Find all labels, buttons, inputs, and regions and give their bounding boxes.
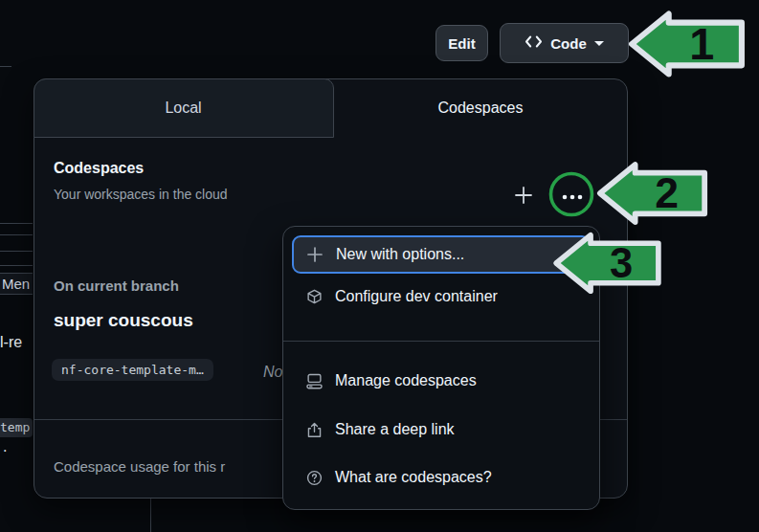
menu-divider — [283, 341, 599, 342]
background-partial-code-badge: temp — [0, 418, 33, 437]
container-icon — [306, 289, 323, 305]
menu-item-configure-dev-container[interactable]: Configure dev container — [292, 277, 591, 316]
menu-item-label: New with options... — [336, 246, 464, 263]
codespaces-section-subtitle: Your workspaces in the cloud — [54, 187, 228, 202]
share-icon — [306, 422, 323, 438]
menu-item-label: What are codespaces? — [335, 469, 492, 486]
background-line — [0, 223, 33, 224]
code-brackets-icon — [525, 34, 543, 52]
background-line — [0, 66, 11, 67]
codespaces-section-title: Codespaces — [54, 160, 144, 177]
annotation-step-1-number: 1 — [689, 19, 714, 69]
background-partial-text: l-re — [0, 334, 22, 351]
menu-item-manage-codespaces[interactable]: Manage codespaces — [292, 362, 591, 400]
code-button-label: Code — [550, 35, 587, 52]
codespace-usage-text: Codespace usage for this r — [54, 458, 225, 475]
annotation-arrow-1: 1 — [628, 9, 747, 79]
tab-local[interactable]: Local — [33, 78, 334, 138]
annotation-arrow-3: 3 — [550, 231, 665, 296]
edit-button[interactable]: Edit — [435, 25, 488, 61]
background-vertical-line — [150, 499, 151, 532]
question-icon — [306, 470, 323, 486]
branch-name: super couscous — [54, 310, 193, 331]
codespaces-icon — [306, 373, 323, 389]
background-line — [0, 251, 33, 252]
annotation-arrow-2: 2 — [596, 158, 709, 229]
menu-item-share-deep-link[interactable]: Share a deep link — [292, 410, 591, 449]
chevron-down-icon — [594, 41, 604, 46]
background-line — [0, 234, 33, 235]
page-root: Men l-re temp . Edit Code Local Codespac… — [0, 0, 759, 532]
tab-local-label: Local — [165, 100, 201, 117]
edit-button-label: Edit — [448, 35, 475, 52]
codespace-name-badge[interactable]: nf-core-template-m… — [52, 359, 213, 381]
plus-icon — [513, 185, 534, 206]
annotation-step-3-number: 3 — [610, 240, 633, 286]
background-partial-menu: Men — [0, 273, 33, 295]
menu-item-label: Share a deep link — [335, 421, 455, 438]
code-button[interactable]: Code — [500, 23, 629, 63]
menu-item-label: Configure dev container — [335, 288, 498, 305]
annotation-circle-2 — [547, 169, 596, 219]
menu-item-what-are-codespaces[interactable]: What are codespaces? — [292, 458, 591, 497]
tab-codespaces-label: Codespaces — [438, 100, 524, 117]
background-partial-dot: . — [3, 438, 7, 455]
menu-item-label: Manage codespaces — [335, 372, 477, 389]
plus-icon — [306, 246, 324, 263]
new-codespace-plus-button[interactable] — [513, 185, 534, 210]
tab-codespaces[interactable]: Codespaces — [335, 79, 626, 137]
background-partial-menu-label: Men — [2, 276, 30, 292]
codespace-note-truncated: No — [263, 364, 282, 381]
background-partial-badge-label: temp — [0, 420, 30, 434]
on-current-branch-label: On current branch — [54, 277, 179, 294]
menu-item-new-with-options[interactable]: New with options... — [292, 235, 591, 274]
background-line — [0, 265, 33, 266]
annotation-step-2-number: 2 — [655, 169, 679, 216]
